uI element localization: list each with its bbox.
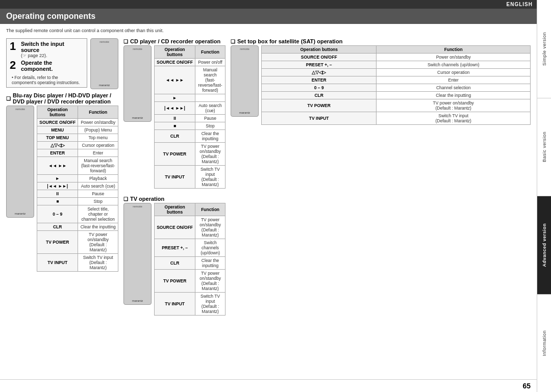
cd-col-function: Function: [195, 46, 225, 59]
table-row: TV POWER: [155, 270, 195, 293]
bluray-table: Operation buttons Function SOURCE ON/OFF…: [37, 106, 118, 272]
three-columns: 1 Switch the input source (☞ page 22). 2…: [6, 38, 531, 375]
table-row: ■: [155, 122, 195, 130]
page-header: Operating components: [0, 9, 537, 24]
table-row: 0 – 9: [262, 84, 377, 92]
sat-col-function: Function: [377, 46, 531, 54]
table-row: Clear the inputting: [195, 257, 226, 270]
table-row: Switch channels (up/down): [377, 61, 531, 69]
sidebar-advanced: Advanced version: [537, 196, 551, 295]
table-row: [195, 94, 225, 102]
table-row: Auto search (cue): [78, 182, 118, 190]
table-row: Cursor operation: [377, 69, 531, 76]
sidebar: Simple version Basic version Advanced ve…: [537, 0, 551, 392]
table-row: Switch channels (up/down): [195, 239, 226, 257]
bluray-remote: remote marantz: [6, 106, 34, 218]
table-row: PRESET +, –: [155, 239, 195, 257]
steps-box: 1 Switch the input source (☞ page 22). 2…: [6, 38, 87, 88]
step1-row: 1 Switch the input source (☞ page 22).: [10, 41, 84, 58]
table-row: II: [37, 190, 78, 198]
tv-heading: TV operation: [123, 196, 226, 202]
table-row: SOURCE ON/OFF: [37, 119, 78, 126]
sat-table: Operation buttons Function SOURCE ON/OFF…: [261, 45, 531, 125]
table-row: TV INPUT: [155, 166, 195, 189]
steps-remote-row: 1 Switch the input source (☞ page 22). 2…: [6, 38, 118, 89]
table-row: Stop: [195, 122, 225, 130]
step1-num: 1: [10, 41, 19, 52]
bluray-content: remote marantz Operation buttons Functio…: [6, 106, 118, 272]
sidebar-advanced-label: Advanced version: [542, 223, 547, 267]
table-row: △▽◁▷: [37, 142, 78, 149]
table-row: Top menu: [78, 134, 118, 142]
step1-sub: (☞ page 22).: [21, 53, 84, 58]
table-row: Auto search (cue): [195, 102, 225, 115]
col-left: 1 Switch the input source (☞ page 22). 2…: [6, 38, 118, 375]
table-row: ►: [155, 94, 195, 102]
table-row: Pause: [195, 115, 225, 122]
table-row: II: [155, 115, 195, 122]
tv-content: remote marantz Operation buttons Functio…: [123, 203, 226, 316]
table-row: |◄◄ ►►|: [155, 102, 195, 115]
table-row: CLR: [37, 223, 78, 231]
table-row: Pause: [78, 190, 118, 198]
main-content: ENGLISH Operating components The supplie…: [0, 0, 537, 392]
table-row: TV POWER: [155, 143, 195, 166]
table-row: ■: [37, 198, 78, 205]
table-row: Power on/off: [195, 59, 225, 66]
cd-remote: remote marantz: [123, 45, 152, 122]
table-row: SOURCE ON/OFF: [155, 216, 195, 239]
tv-remote: remote marantz: [123, 203, 152, 305]
cd-heading: CD player / CD recorder operation: [123, 38, 226, 44]
table-row: Select title, chapter or channel selecti…: [78, 205, 118, 223]
bluray-section: Blu-ray Disc player / HD-DVD player / DV…: [6, 92, 118, 272]
bottom-bar: 65: [0, 379, 537, 392]
table-row: Manual search (fast-reverse/fast-forward…: [78, 157, 118, 175]
step1-text: Switch the input source (☞ page 22).: [21, 41, 84, 58]
table-row: CLR: [262, 92, 377, 99]
step2-num: 2: [10, 60, 19, 71]
table-row: Enter: [377, 76, 531, 84]
table-row: Clear the inputting: [78, 223, 118, 231]
table-row: CLR: [155, 257, 195, 270]
table-row: |◄◄ ►►|: [37, 182, 78, 190]
table-row: TV power on/standby (Default : Marantz): [195, 143, 225, 166]
table-row: Power on/standby: [78, 119, 118, 126]
top-bar: ENGLISH: [0, 0, 537, 9]
table-row: ENTER: [37, 149, 78, 157]
table-row: TV power on/standby (Default : Marantz): [377, 99, 531, 112]
table-row: Cursor operation: [78, 142, 118, 149]
page-number: 65: [522, 382, 531, 390]
sat-heading: Set top box for satellite (SAT) operatio…: [231, 38, 531, 44]
language-label: ENGLISH: [507, 2, 533, 7]
table-row: ◄◄ ►►: [155, 66, 195, 94]
sat-content: remote marantz Operation buttons Functio…: [231, 45, 531, 125]
col-right: Set top box for satellite (SAT) operatio…: [231, 38, 531, 375]
sat-section: Set top box for satellite (SAT) operatio…: [231, 38, 531, 125]
table-row: TV power on/standby (Default : Marantz): [78, 231, 118, 254]
table-row: (Popup) Menu: [78, 126, 118, 134]
content-area: The supplied remote control unit can con…: [0, 24, 537, 379]
table-row: TOP MENU: [37, 134, 78, 142]
step2-note: • For details, refer to the component's …: [10, 75, 84, 85]
table-row: 0 – 9: [37, 205, 78, 223]
tv-table: Operation buttons Function SOURCE ON/OFF…: [154, 203, 226, 316]
table-row: ◄◄ ►►: [37, 157, 78, 175]
table-row: Clear the inputting: [377, 92, 531, 99]
step2-title: Operate the component.: [21, 60, 84, 72]
table-row: △▽◁▷: [262, 69, 377, 76]
table-row: ►: [37, 175, 78, 182]
sidebar-simple: Simple version: [537, 0, 551, 98]
table-row: Switch TV input (Default : Marantz): [377, 112, 531, 125]
table-row: TV power on/standby (Default : Marantz): [195, 270, 226, 293]
tv-col-buttons: Operation buttons: [155, 203, 195, 216]
table-row: Switch TV input (Default : Marantz): [195, 166, 225, 189]
remote-steps: remote marantz: [90, 38, 118, 89]
intro-text: The supplied remote control unit can con…: [6, 28, 531, 33]
sidebar-simple-label: Simple version: [542, 32, 547, 66]
table-row: Switch TV input (Default : Marantz): [78, 254, 118, 272]
table-row: Channel selection: [377, 84, 531, 92]
sidebar-basic: Basic version: [537, 98, 551, 197]
table-row: Playback: [78, 175, 118, 182]
table-row: Power on/standby: [377, 54, 531, 61]
tv-col-function: Function: [195, 203, 226, 216]
